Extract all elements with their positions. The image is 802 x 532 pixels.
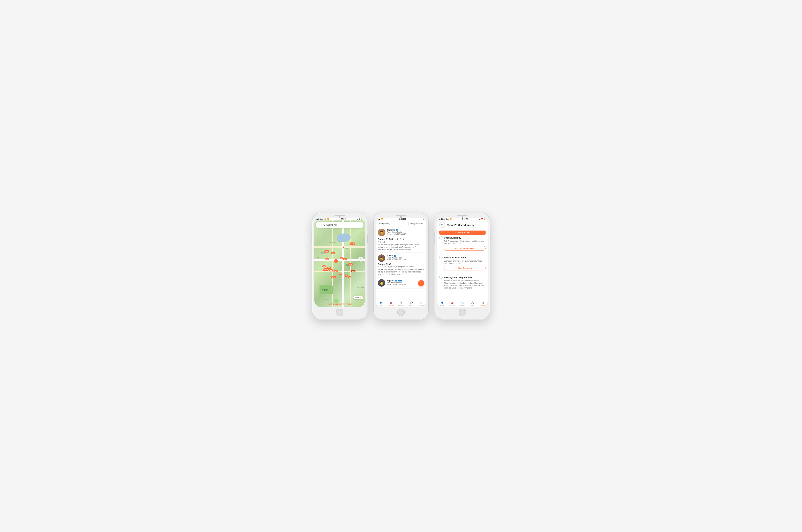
location-pin-1: 📍: [378, 241, 380, 243]
journey-title: Tenant's User Journey: [447, 224, 481, 226]
journey-step-1: Check Eligibility Only Singaporean or Ma…: [439, 236, 485, 251]
shoutout-contact-icons-2: 👥: [394, 254, 396, 257]
price-pin-1[interactable]: $1.2K: [350, 243, 355, 245]
map-pointer: 📍: [342, 246, 345, 249]
price-pin-11[interactable]: $800: [351, 270, 356, 272]
price-pin-5[interactable]: $1: [340, 257, 343, 259]
list-header: Post (Newest) ↕ Filter (Tenant) ⚙: [376, 221, 426, 227]
price-pin-4[interactable]: $2: [325, 258, 329, 260]
nav-discover-label-3: Discover: [460, 305, 465, 306]
map-label-bishan: Bishan-AngMo Kio Park: [322, 289, 328, 291]
chats-icon-3: 💬: [471, 302, 474, 304]
nav-discover-3[interactable]: 🔍 Discover: [457, 301, 467, 307]
price-pin-cluster[interactable]: 2: [334, 259, 338, 263]
check-eligibility-button[interactable]: Check Block's Eligibility: [444, 246, 485, 251]
show-homes-button[interactable]: SHOW 50 HOMES IN 2KM: [328, 303, 351, 305]
search-text: Ang Mo Kio: [326, 224, 337, 226]
settings-icon: ⚙: [359, 218, 360, 220]
wifi-icon: 📶: [327, 218, 329, 220]
alarm-icon-3: ⏰: [481, 218, 483, 220]
phone-1-screen: StarHub 📶 2:38 PM ⊕ ⚙ 🔋: [314, 217, 365, 307]
price-pin-7[interactable]: $1: [322, 265, 326, 267]
start-searching-button[interactable]: Start Searching: [444, 266, 485, 270]
nav-profile-label-2: Profile: [379, 305, 383, 306]
location-button[interactable]: ⊕: [358, 257, 363, 262]
journey-header: 0% Tenant's User Journey ⋮: [437, 221, 488, 229]
nav-chats-3[interactable]: 💬 Chats: [467, 301, 478, 307]
vol-down-button-3: [434, 239, 435, 243]
home-button-3[interactable]: [459, 309, 466, 316]
shoutout-name-3: Wyann: [387, 279, 394, 282]
nav-profile-2[interactable]: 👤 Profile: [376, 301, 386, 307]
nav-shoutout-label-3: ShoutOut: [450, 305, 455, 306]
nav-shoutout-2[interactable]: 📣 ShoutOut: [386, 301, 396, 307]
price-pin-16[interactable]: $2K: [333, 270, 338, 272]
nav-chats-label-3: Chats: [471, 305, 474, 306]
more-link-1[interactable]: ...more: [456, 243, 461, 245]
step-title-3: Viewings and Negotiations: [444, 276, 472, 279]
phone-1: StarHub 📶 2:38 PM ⊕ ⚙ 🔋: [312, 213, 367, 319]
chats-icon-2: 💬: [410, 302, 413, 304]
price-pin-6[interactable]: $2K: [343, 258, 347, 260]
filter-button[interactable]: Filter (Tenant) ⚙: [408, 222, 424, 225]
price-pin-14[interactable]: $6: [348, 276, 351, 279]
progress-value: 0%: [441, 224, 443, 226]
price-pin-13[interactable]: $4: [345, 274, 348, 277]
filter-label-2: Filter (Tenant): [410, 223, 420, 225]
step-title-1: Check Eligibility: [444, 236, 461, 239]
shoutout-item-2[interactable]: 👨 Chris 👥 Rent • Master Room Move in dat…: [376, 253, 426, 278]
location-pin-2: 📍: [378, 266, 380, 268]
shoutout-item-1[interactable]: 👩 Nathiya 👥 Rent • Home Rental Move in d…: [376, 227, 426, 253]
nav-shoutout-3[interactable]: 📣 ShoutOut: [447, 301, 457, 307]
price-pin-9[interactable]: $2.5K: [323, 268, 329, 271]
profile-icon-3: 👤: [441, 302, 444, 304]
price-pin-12[interactable]: $75: [339, 273, 343, 275]
status-left: StarHub 📶: [317, 218, 329, 220]
nav-discover-2[interactable]: 🔍 Discover: [396, 301, 406, 307]
sort-icon: ↕: [391, 223, 392, 225]
shoutout-item-3[interactable]: 🧑 Wyann 👥👥👥 Rent • Home Rental Move in d…: [376, 278, 426, 288]
status-left-3: StarHub 📶: [439, 218, 452, 220]
wifi-icon-2: 📶: [381, 218, 383, 220]
step-connector-1: [441, 253, 441, 255]
shoutout-list: 👩 Nathiya 👥 Rent • Home Rental Move in d…: [376, 227, 426, 300]
map-park-2: [333, 299, 339, 303]
price-pin-3[interactable]: $70: [331, 252, 335, 254]
map-label-macritchie: MacRitchie Trail: [357, 287, 364, 288]
home-button-1[interactable]: [336, 309, 343, 316]
price-pin-17[interactable]: $50: [329, 269, 333, 271]
more-link-2[interactable]: ...more: [455, 262, 460, 264]
sort-button[interactable]: Post (Newest) ↕: [378, 222, 393, 225]
step-title-row-3: Viewings and Negotiations: [439, 276, 485, 279]
map-label-sle2: SLE: [317, 257, 319, 258]
map-screen[interactable]: Lower Seletar Res Yio Chu Kang Rd Nanyan…: [314, 221, 365, 307]
shoutout-budget-row-1: Budget $1,500 🛏 2 🚿 2: [378, 237, 424, 241]
price-pin-10[interactable]: $700: [348, 263, 353, 265]
map-road-2: [314, 259, 365, 261]
map-filter-button[interactable]: Filter ☰: [354, 296, 363, 300]
journey-icon-2: 📋: [420, 302, 423, 304]
nav-chats-2[interactable]: 💬 Chats: [406, 301, 416, 307]
price-pin-15[interactable]: $1.8K: [331, 276, 337, 279]
home-button-2[interactable]: [397, 309, 405, 316]
status-right-2: 🔋: [422, 218, 424, 220]
nav-journey-3[interactable]: 📋 Journey: [478, 301, 488, 307]
vol-up-button-2: [373, 232, 374, 237]
price-pin-2[interactable]: $600: [324, 250, 329, 252]
journey-step-3: Viewings and Negotiations You should che…: [439, 276, 485, 289]
back-button[interactable]: ‹: [318, 223, 322, 227]
add-listing-button[interactable]: +: [418, 280, 424, 286]
shoutout-budget-2: Budget $900: [378, 263, 424, 265]
sort-label: Post (Newest): [379, 223, 390, 225]
carrier-name-3: StarHub: [442, 218, 449, 220]
nav-journey-2[interactable]: 📋 Journey: [416, 301, 426, 307]
map-label-junction: Junction 8: [324, 299, 329, 300]
map-search-bar[interactable]: ‹ 🔍 Ang Mo Kio: [316, 222, 363, 228]
shoutout-icon-2: 📣: [389, 302, 392, 304]
nav-profile-3[interactable]: 👤 Profile: [437, 301, 447, 307]
step-desc-1: Only Singaporean or Malaysian passport h…: [444, 240, 485, 245]
vol-up-button: [311, 232, 312, 237]
more-options-button[interactable]: ⋮: [482, 223, 485, 227]
map-road-v1: [332, 221, 333, 307]
bed-icon-1: 🛏: [394, 238, 396, 240]
